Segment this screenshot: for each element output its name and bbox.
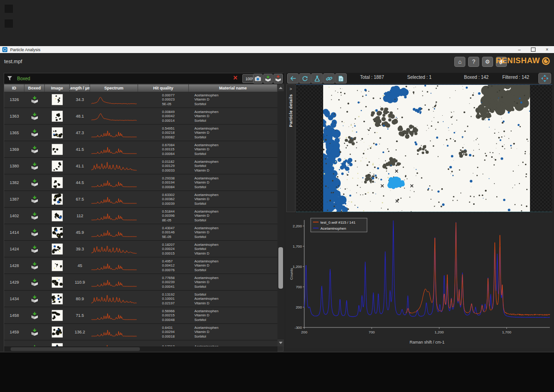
cell-boxed[interactable] xyxy=(24,341,45,346)
table-row[interactable]: 1424 39.30.182070.000240.00015Acetaminop… xyxy=(4,241,277,257)
hscrollbar-thumb[interactable] xyxy=(11,347,140,351)
column-header-image[interactable]: Image xyxy=(45,84,70,92)
capture-image-button[interactable] xyxy=(253,74,263,83)
table-row[interactable]: 1434 80.90.131920.100010.02197SorbitolAc… xyxy=(4,291,277,307)
cell-length: 71.5 xyxy=(70,308,90,323)
desktop-background xyxy=(0,0,554,46)
cell-boxed[interactable] xyxy=(24,175,45,190)
box-red-icon xyxy=(275,75,282,82)
scroll-down-button[interactable] xyxy=(277,339,284,346)
spectrum-chart-svg: -3002007001,2001,7002,2002007001,2001,70… xyxy=(286,214,552,348)
cell-hit-quality: 0.569660.002150.00048 xyxy=(138,308,189,323)
desktop-icon[interactable] xyxy=(5,19,13,28)
particle-thumbnail xyxy=(52,260,63,271)
cell-material: AcetaminophenVitamin DSorbitol xyxy=(189,92,277,107)
cell-id: 1369 xyxy=(4,142,24,157)
navigate-button[interactable] xyxy=(538,73,551,84)
cell-boxed[interactable] xyxy=(24,92,45,107)
cell-boxed[interactable] xyxy=(24,308,45,323)
table-row[interactable]: 1369 41.50.670840.001150.00064Acetaminop… xyxy=(4,142,277,158)
cell-boxed[interactable] xyxy=(24,208,45,224)
unbox-particle-button[interactable] xyxy=(273,74,283,83)
cell-boxed[interactable] xyxy=(24,258,45,273)
particle-map-image[interactable] xyxy=(323,85,530,212)
svg-text:2,200: 2,200 xyxy=(293,224,302,228)
table-row[interactable]: 1459 136.20.64310.002940.00018Acetaminop… xyxy=(4,324,277,340)
cell-material: AcetaminophenSorbitolVitamin D xyxy=(189,241,277,257)
brand-name: RENISHAW xyxy=(496,56,540,65)
column-header-id[interactable]: ID xyxy=(4,84,24,92)
app-icon xyxy=(2,47,7,52)
cell-boxed[interactable] xyxy=(24,241,45,257)
table-row[interactable]: 1363 48.10.008490.000420.00014Acetaminop… xyxy=(4,108,277,125)
minimize-button[interactable]: – xyxy=(512,46,526,53)
table-row[interactable]: 1465 51.40.172170.02790AcetaminophenSorb… xyxy=(4,341,277,346)
cell-spectrum xyxy=(90,125,138,141)
cell-image xyxy=(45,191,70,207)
cell-image xyxy=(45,291,70,307)
brand-emblem-icon xyxy=(542,57,550,65)
image-viewport xyxy=(296,84,552,212)
cell-material: AcetaminophenSorbitolVitamin D xyxy=(189,158,277,174)
cell-boxed[interactable] xyxy=(24,291,45,307)
spectrum-sparkline xyxy=(91,326,137,339)
cell-spectrum xyxy=(90,341,138,346)
cell-hit-quality: 0.011820.001290.00033 xyxy=(138,158,189,174)
particle-thumbnail xyxy=(52,160,63,172)
help-button[interactable]: ? xyxy=(468,57,479,67)
column-header-hit-quality[interactable]: Hit quality xyxy=(138,84,189,92)
table-row[interactable]: 1402 1120.518440.003968E-05Acetaminophen… xyxy=(4,208,277,224)
particle-details-tab[interactable]: > Particle details xyxy=(286,84,295,212)
particle-thumbnail xyxy=(52,210,63,221)
analysis-button[interactable] xyxy=(311,73,323,83)
cell-boxed[interactable] xyxy=(24,274,45,290)
settings-button[interactable]: ⚙ xyxy=(482,57,493,67)
scrollbar-thumb[interactable] xyxy=(278,247,283,289)
particle-details-tab-label: Particle details xyxy=(289,94,293,127)
cell-boxed[interactable] xyxy=(24,158,45,174)
cell-id: 1414 xyxy=(4,225,24,240)
box-particle-button[interactable] xyxy=(263,74,273,83)
clear-filter-button[interactable]: × xyxy=(233,74,237,82)
table-row[interactable]: 1326 34.30.000770.000235E-05Acetaminophe… xyxy=(4,92,277,108)
desktop-icon[interactable] xyxy=(5,5,13,13)
column-header-boxed[interactable]: Boxed xyxy=(24,84,45,92)
cell-boxed[interactable] xyxy=(24,324,45,340)
horizontal-scrollbar[interactable] xyxy=(4,346,277,352)
table-row[interactable]: 1365 47.30.549510.002180.00082Acetaminop… xyxy=(4,125,277,141)
vertical-scrollbar[interactable] xyxy=(277,84,284,346)
link-button[interactable] xyxy=(323,73,335,83)
table-row[interactable]: 1458 71.50.569660.002150.00048Acetaminop… xyxy=(4,308,277,324)
svg-text:1,700: 1,700 xyxy=(293,244,302,249)
filter-funnel-icon[interactable] xyxy=(7,76,12,81)
table-row[interactable]: 1387 67.50.633020.003620.00039Acetaminop… xyxy=(4,191,277,208)
cell-material: AcetaminophenVitamin DSorbitol xyxy=(189,208,277,224)
cell-boxed[interactable] xyxy=(24,225,45,240)
home-button[interactable]: ⌂ xyxy=(454,57,465,67)
table-row[interactable]: 1414 45.90.430470.001465E-05Acetaminophe… xyxy=(4,225,277,241)
cell-boxed[interactable] xyxy=(24,142,45,157)
spectrum-sparkline xyxy=(91,243,137,255)
column-header-material[interactable]: Material name xyxy=(189,84,277,92)
particle-thumbnail xyxy=(52,343,63,346)
column-header-spectrum[interactable]: Spectrum xyxy=(90,84,138,92)
table-row[interactable]: 1382 44.50.293380.001940.00084Acetaminop… xyxy=(4,175,277,191)
table-row[interactable]: 1429 110.90.776580.002390.00041Acetamino… xyxy=(4,274,277,291)
cell-hit-quality: 0.000770.000235E-05 xyxy=(138,92,189,107)
refresh-button[interactable] xyxy=(299,73,311,83)
column-header-length[interactable]: Length / μm xyxy=(70,84,90,92)
table-row[interactable]: 1428 450.49570.004120.00076Acetaminophen… xyxy=(4,258,277,274)
particle-thumbnail xyxy=(52,227,63,238)
close-button[interactable]: × xyxy=(540,46,554,53)
table-row[interactable]: 1380 41.10.011820.001290.00033Acetaminop… xyxy=(4,158,277,174)
report-button[interactable] xyxy=(335,73,347,83)
maximize-button[interactable] xyxy=(526,46,540,53)
series-test xyxy=(406,223,550,315)
scroll-up-button[interactable] xyxy=(277,84,284,91)
cell-hit-quality: 0.172170.02790 xyxy=(138,341,189,346)
chevron-right-icon: > xyxy=(289,87,292,91)
cell-boxed[interactable] xyxy=(24,108,45,124)
cell-boxed[interactable] xyxy=(24,191,45,207)
back-button[interactable] xyxy=(287,73,299,83)
cell-boxed[interactable] xyxy=(24,125,45,141)
